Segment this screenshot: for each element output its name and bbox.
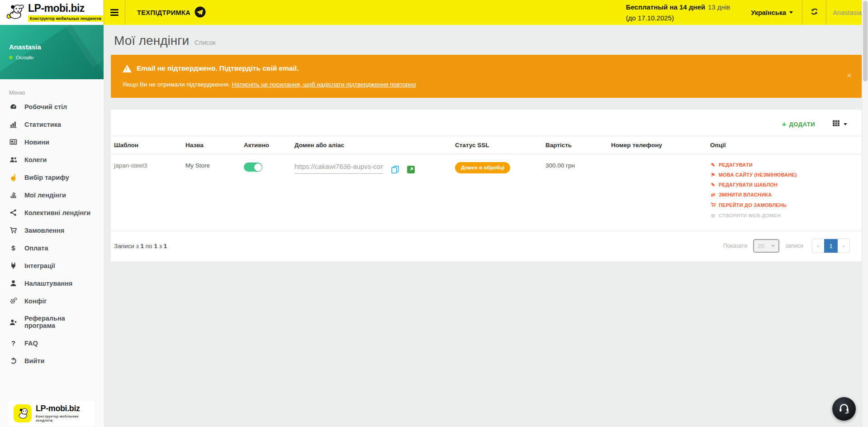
edit-icon: ✎ xyxy=(710,163,716,168)
vertical-scrollbar[interactable] xyxy=(862,0,868,427)
external-link-icon[interactable] xyxy=(407,166,415,173)
top-bar: LP-mobi.biz Конструктор мобильных лендин… xyxy=(0,0,868,25)
profile-status: Онлайн xyxy=(9,55,33,60)
sidebar-item-orders[interactable]: Замовлення xyxy=(0,221,104,239)
trial-days-left: 13 днів xyxy=(708,3,730,11)
support-chat-button[interactable] xyxy=(832,397,856,421)
refresh-icon xyxy=(810,7,819,18)
column-header: Шаблон xyxy=(114,142,185,149)
option-change-owner[interactable]: ⇄ ЗМІНИТИ ВЛАСНИКА xyxy=(710,192,862,197)
sidebar-item-integrations[interactable]: Інтеграції xyxy=(0,257,104,274)
alert-body-text: Якщо Ви не отримали підтвердження. xyxy=(123,81,232,88)
active-toggle[interactable] xyxy=(244,163,262,172)
users-icon xyxy=(9,156,18,163)
option-edit-template[interactable]: ✎ РЕДАГУВАТИ ШАБЛОН xyxy=(710,182,862,187)
sidebar-item-settings[interactable]: Налаштування xyxy=(0,274,104,292)
sidebar-item-label: Вийти xyxy=(24,357,44,365)
trial-plan-info: Бесплатный на 14 дней13 днів (до 17.10.2… xyxy=(626,2,730,23)
sidebar-item-label: Реферальна програма xyxy=(24,315,95,329)
user-icon xyxy=(9,279,18,287)
sidebar-item-faq[interactable]: ? FAQ xyxy=(0,334,104,352)
add-landing-button[interactable]: + ДОДАТИ xyxy=(782,120,815,128)
alert-title: Email не підтверджено. Підтвердіть свій … xyxy=(137,64,299,72)
cell-price: 300.00 грн xyxy=(545,162,611,169)
column-header: Домен або аліас xyxy=(294,142,455,149)
resend-confirmation-link[interactable]: Натисніть це посилання, щоб надіслати пі… xyxy=(232,81,416,88)
page-title: Мої лендінги xyxy=(114,34,189,48)
copy-icon[interactable] xyxy=(391,165,399,174)
sidebar-item-collective-landings[interactable]: Колективні лендінги xyxy=(0,204,104,221)
plus-icon: + xyxy=(782,120,787,128)
page-size-select[interactable]: 20 xyxy=(753,239,779,253)
tech-support-link[interactable]: ТЕХПІДТРИМКА xyxy=(125,0,218,25)
table-footer: Записи з 1 по 1 з 1 Показати 20 записи «… xyxy=(111,231,862,261)
show-label: Показати xyxy=(723,243,748,249)
sidebar-item-payment[interactable]: $ Оплата xyxy=(0,239,104,257)
plug-icon xyxy=(9,262,18,269)
refresh-button[interactable] xyxy=(802,0,826,25)
sidebar-item-logout[interactable]: Вийти xyxy=(0,352,104,369)
option-edit[interactable]: ✎ РЕДАГУВАТИ xyxy=(710,162,862,168)
sidebar-item-colleagues[interactable]: Колеги xyxy=(0,151,104,168)
sidebar-item-label: Новини xyxy=(24,139,49,146)
hand-pointer-icon: ☝ xyxy=(9,173,18,181)
chevron-down-icon xyxy=(789,11,793,14)
warning-icon: ! xyxy=(123,65,132,72)
option-go-to-orders[interactable]: ПЕРЕЙТИ ДО ЗАМОВЛЕНЬ xyxy=(710,202,862,208)
brand-logo[interactable]: LP-mobi.biz Конструктор мобильных лендин… xyxy=(0,0,104,25)
cart-icon xyxy=(710,202,716,208)
cart-icon xyxy=(9,226,18,234)
sidebar-item-label: Колеги xyxy=(24,156,47,163)
sidebar-item-desktop[interactable]: Робочий стіл xyxy=(0,98,104,115)
language-selector[interactable]: Українська xyxy=(742,0,802,25)
sidebar-item-label: Колективні лендінги xyxy=(24,209,90,216)
domain-input[interactable] xyxy=(294,162,383,174)
scrollbar-thumb[interactable] xyxy=(863,1,868,82)
sidebar-item-tariff[interactable]: ☝ Вибір тарифу xyxy=(0,168,104,186)
share-icon xyxy=(9,209,18,216)
ssl-status-badge: Домен в обробці xyxy=(455,162,510,173)
language-label: Українська xyxy=(751,9,786,16)
option-site-language[interactable]: ⚑ МОВА САЙТУ (НЕЗМІНЮВАНЕ) xyxy=(710,172,862,178)
footer-brand-name: LP-mobi.biz xyxy=(36,404,90,413)
sidebar-profile: Anastasia Онлайн xyxy=(0,25,104,79)
next-page-button[interactable]: » xyxy=(838,239,849,253)
columns-dropdown-button[interactable] xyxy=(832,120,847,129)
column-header: Назва xyxy=(185,142,244,149)
sidebar-item-statistics[interactable]: Статистика xyxy=(0,115,104,133)
current-page-button[interactable]: 1 xyxy=(824,239,838,253)
dashboard-icon xyxy=(9,103,18,110)
sidebar-item-label: Замовлення xyxy=(24,227,64,234)
brand-name: LP-mobi.biz xyxy=(28,3,103,14)
edit-icon: ✎ xyxy=(710,182,716,187)
statistics-icon xyxy=(9,120,18,128)
sidebar-item-config[interactable]: Конфіг xyxy=(0,292,104,310)
sidebar-item-label: Статистика xyxy=(24,121,61,128)
close-icon[interactable]: × xyxy=(847,71,852,80)
dog-mascot-icon xyxy=(5,3,24,22)
sidebar-item-label: Конфіг xyxy=(24,297,47,305)
hamburger-icon xyxy=(110,9,119,16)
sidebar-footer-logo[interactable]: LP-mobi.biz Конструктор мобільних лендін… xyxy=(9,401,94,426)
page-header: Мої лендінги Список xyxy=(111,25,862,48)
trial-until-date: (до 17.10.2025) xyxy=(626,13,730,23)
sidebar-toggle-button[interactable] xyxy=(104,0,125,25)
sidebar-item-referral[interactable]: Реферальна програма xyxy=(0,310,104,334)
cell-template: japan-steel3 xyxy=(114,162,185,169)
pagination: « 1 » xyxy=(812,239,850,253)
sidebar-item-label: Оплата xyxy=(24,245,48,252)
column-header: Вартість xyxy=(545,142,611,149)
prev-page-button[interactable]: « xyxy=(812,239,824,253)
table-row: japan-steel3 My Store Домен в обробці xyxy=(111,154,862,231)
sidebar-item-news[interactable]: Новини xyxy=(0,133,104,151)
landings-table-card: + ДОДАТИ Шаблон Назва Активно Домен або … xyxy=(111,110,862,261)
sidebar-item-my-landings[interactable]: Мої лендінги xyxy=(0,186,104,204)
clone-icon: ⧉ xyxy=(710,213,716,218)
online-status-dot xyxy=(9,56,13,59)
question-icon: ? xyxy=(9,339,18,347)
dog-mascot-icon xyxy=(14,404,32,422)
main-content: Мої лендінги Список ! Email не підтвердж… xyxy=(104,25,862,427)
column-header: Номер телефону xyxy=(611,142,710,149)
power-icon xyxy=(9,357,18,365)
profile-name: Anastasia xyxy=(9,43,41,51)
